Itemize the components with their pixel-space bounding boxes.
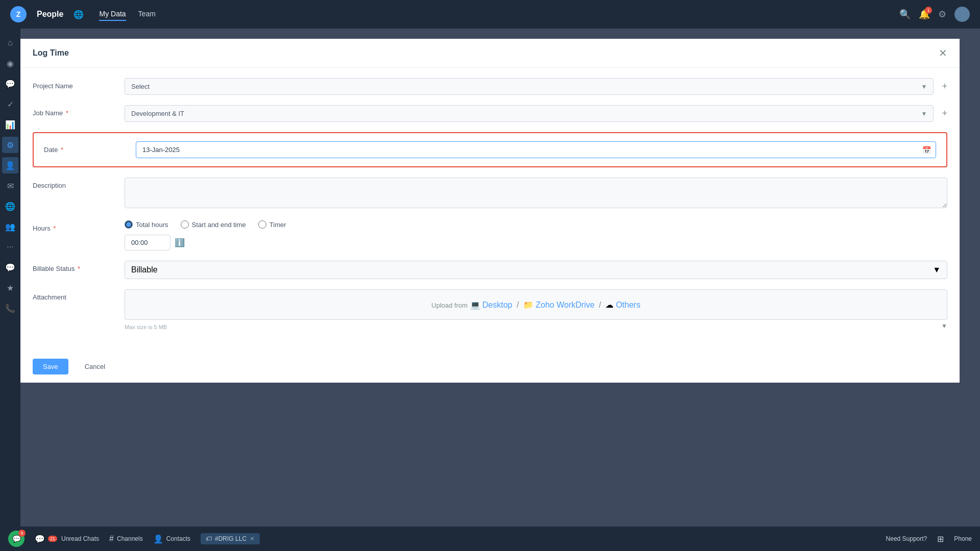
desktop-link[interactable]: Desktop (482, 300, 512, 309)
others-link[interactable]: Others (616, 300, 641, 309)
cancel-button[interactable]: Cancel (75, 359, 115, 374)
unread-badge: 21 (48, 536, 57, 542)
max-size-text: Max size is 5 MB (125, 324, 167, 330)
sidebar-more-icon[interactable]: ··· (2, 239, 18, 255)
notifications-icon[interactable]: 🔔 1 (919, 9, 930, 20)
desktop-icon: 💻 (470, 300, 480, 309)
project-select[interactable]: Select ▼ (125, 78, 934, 95)
support-label[interactable]: Need Support? (886, 535, 927, 542)
job-dropdown-arrow: ▼ (921, 110, 927, 117)
time-input[interactable] (125, 235, 170, 251)
sidebar-phone-icon[interactable]: 📞 (2, 300, 18, 316)
total-hours-option[interactable]: Total hours (125, 220, 168, 229)
sidebar-message-icon[interactable]: ✉ (2, 178, 18, 194)
modal-title: Log Time (33, 48, 69, 58)
hours-required: * (53, 224, 56, 232)
search-icon[interactable]: 🔍 (899, 9, 911, 20)
sidebar: ⌂ ◉ 💬 ✓ 📊 ⚙ 👤 ✉ 🌐 👥 ··· 💬 ★ 📞 (0, 29, 20, 551)
save-button[interactable]: Save (33, 359, 68, 374)
app-logo[interactable]: Z (10, 6, 27, 22)
chat-badge: 9 (18, 530, 26, 537)
unread-chats-item[interactable]: 💬 21 Unread Chats (35, 534, 99, 544)
drig-tag[interactable]: 🏷 #DRIG LLC ✕ (201, 533, 260, 544)
app-title: People (37, 10, 63, 19)
sidebar-contacts-icon[interactable]: 👤 (2, 157, 18, 173)
taskbar-right: Need Support? ⊞ Phone (886, 534, 972, 544)
modal-header: Log Time ✕ (20, 39, 960, 68)
modal-dialog: Log Time ✕ Project Name Select ▼ + (20, 39, 960, 383)
sidebar-chat2-icon[interactable]: 💬 (2, 259, 18, 276)
attachment-row: Attachment Upload from 💻 Desktop / 📁 Zoh… (33, 289, 947, 330)
job-add-icon[interactable]: + (942, 108, 947, 119)
project-name-control: Select ▼ + (125, 78, 947, 95)
sidebar-check-icon[interactable]: ✓ (2, 96, 18, 112)
unread-icon: 💬 (35, 534, 45, 544)
job-select[interactable]: Development & IT ▼ (125, 105, 934, 122)
project-add-icon[interactable]: + (942, 81, 947, 92)
contacts-item[interactable]: 👤 Contacts (153, 534, 190, 544)
channels-label: Channels (117, 535, 143, 542)
globe-icon: 🌐 (74, 10, 84, 19)
date-row: Date * 📅 (33, 132, 947, 167)
modal-close-button[interactable]: ✕ (939, 47, 947, 59)
timer-label: Timer (270, 221, 286, 229)
sidebar-home-icon[interactable]: ⌂ (2, 35, 18, 51)
settings-icon[interactable]: ⚙ (938, 9, 946, 20)
timer-option[interactable]: Timer (258, 220, 286, 229)
attachment-control: Upload from 💻 Desktop / 📁 Zoho WorkDrive… (125, 289, 947, 330)
attachment-bottom: Max size is 5 MB ▼ (125, 322, 947, 330)
sidebar-activity-icon[interactable]: ◉ (2, 55, 18, 71)
hours-control: Total hours Start and end time Timer (125, 220, 947, 251)
total-hours-label: Total hours (136, 221, 168, 229)
sidebar-settings-icon[interactable]: ⚙ (2, 137, 18, 153)
nav-mydata[interactable]: My Data (99, 8, 126, 21)
chat-bubble-item[interactable]: 💬 9 (8, 531, 24, 547)
info-icon: ℹ️ (175, 238, 185, 247)
billable-status-control: Billable ▼ (125, 261, 947, 279)
date-input-wrapper: 📅 (136, 141, 936, 158)
hours-label: Hours * (33, 220, 114, 232)
project-name-label: Project Name (33, 78, 114, 90)
workdrive-link[interactable]: Zoho WorkDrive (536, 300, 595, 309)
job-select-row: Development & IT ▼ + (125, 105, 947, 122)
total-hours-radio[interactable] (125, 220, 133, 229)
workdrive-icon: 📁 (523, 300, 533, 309)
billable-select[interactable]: Billable ▼ (125, 261, 947, 279)
log-time-modal: Log Time ✕ Project Name Select ▼ + (20, 29, 980, 551)
project-dropdown-arrow: ▼ (921, 83, 927, 90)
start-end-option[interactable]: Start and end time (181, 220, 246, 229)
billable-arrow: ▼ (933, 265, 941, 274)
sidebar-star-icon[interactable]: ★ (2, 280, 18, 296)
start-end-label: Start and end time (192, 221, 246, 229)
project-name-row: Project Name Select ▼ + (33, 78, 947, 95)
attachment-area[interactable]: Upload from 💻 Desktop / 📁 Zoho WorkDrive… (125, 289, 947, 320)
sidebar-team-icon[interactable]: 👥 (2, 218, 18, 235)
channels-item[interactable]: # Channels (109, 534, 143, 543)
sidebar-chat-icon[interactable]: 💬 (2, 76, 18, 92)
timer-radio[interactable] (258, 220, 266, 229)
calendar-icon[interactable]: 📅 (922, 146, 931, 154)
taskbar: 💬 9 💬 21 Unread Chats # Channels 👤 Conta… (0, 527, 980, 551)
hours-radio-group: Total hours Start and end time Timer (125, 220, 947, 229)
sidebar-globe-icon[interactable]: 🌐 (2, 198, 18, 214)
date-input[interactable] (136, 141, 936, 158)
nav-team[interactable]: Team (138, 8, 156, 21)
upload-sep1: / (517, 300, 519, 309)
billable-required: * (78, 265, 80, 272)
description-control (125, 178, 947, 210)
sidebar-report-icon[interactable]: 📊 (2, 116, 18, 133)
project-select-row: Select ▼ + (125, 78, 947, 95)
tag-close-icon[interactable]: ✕ (250, 535, 255, 542)
phone-label[interactable]: Phone (954, 535, 972, 542)
job-select-value: Development & IT (131, 110, 921, 117)
project-select-value: Select (131, 83, 921, 90)
description-textarea[interactable] (125, 178, 947, 208)
grid-icon[interactable]: ⊞ (937, 534, 944, 544)
channels-icon: # (109, 534, 114, 543)
job-name-label: Job Name * (33, 105, 114, 117)
hours-row: Hours * Total hours Start and end time (33, 220, 947, 251)
user-avatar[interactable] (954, 7, 970, 22)
description-row: Description (33, 178, 947, 210)
upload-text-wrapper: Upload from 💻 Desktop / 📁 Zoho WorkDrive… (431, 300, 640, 310)
start-end-radio[interactable] (181, 220, 189, 229)
